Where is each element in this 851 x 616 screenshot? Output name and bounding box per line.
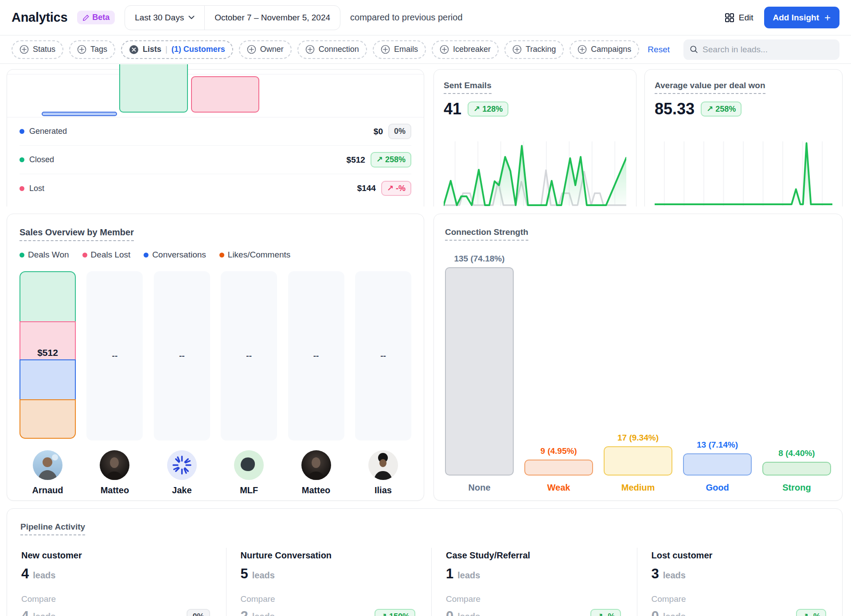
- filter-pill-owner[interactable]: Owner: [239, 40, 292, 59]
- stage-leads-count: 4: [21, 566, 29, 582]
- trend-up-icon: ↗: [473, 105, 480, 114]
- member-name: Ilias: [375, 485, 392, 495]
- connection-strength-title[interactable]: Connection Strength: [445, 227, 528, 241]
- conn-bar-medium[interactable]: 17 (9.34%): [604, 433, 672, 476]
- filter-pill-emails[interactable]: Emails: [373, 40, 426, 59]
- compare-label: Compare: [446, 594, 621, 604]
- likes-comments-segment: [20, 399, 76, 439]
- stage-change-badge: ↗-%: [590, 609, 621, 616]
- avg-deal-value: 85.33: [655, 100, 695, 118]
- stage-case-study-referral[interactable]: Case Study/Referral 1 leads Compare 0 le…: [431, 548, 637, 616]
- member-bar-arnaud[interactable]: $512: [20, 271, 76, 441]
- label-none: None: [445, 483, 514, 493]
- filter-pill-status[interactable]: Status: [12, 40, 63, 59]
- edit-button[interactable]: Edit: [725, 13, 753, 23]
- trend-up-icon: ↗: [376, 155, 383, 164]
- sales-overview-card: Sales Overview by Member Deals Won Deals…: [7, 214, 424, 501]
- deal-totals-rows: Generated $0 0% Closed $512 ↗258%: [20, 117, 411, 203]
- top-bar: Analytics Beta Last 30 Days October 7 – …: [0, 0, 851, 35]
- circle-plus-icon: [381, 45, 390, 54]
- stage-nurture-conversation[interactable]: Nurture Conversation 5 leads Compare 2 l…: [226, 548, 432, 616]
- label-weak: Weak: [524, 483, 593, 493]
- table-row-generated[interactable]: Generated $0 0%: [20, 117, 411, 146]
- lost-bar[interactable]: [191, 76, 259, 113]
- member-bar-jake[interactable]: --: [154, 271, 210, 441]
- sent-emails-title[interactable]: Sent Emails: [444, 81, 492, 94]
- deals-won-segment: [20, 271, 76, 322]
- member-ilias: Ilias: [355, 450, 411, 495]
- avatar[interactable]: [167, 450, 197, 480]
- connection-strength-labels: None Weak Medium Good Strong: [445, 483, 831, 493]
- filter-pill-lists-active[interactable]: Lists | (1) Customers: [121, 40, 233, 59]
- conn-bar-weak[interactable]: 9 (4.95%): [524, 446, 593, 476]
- stage-leads-count: 5: [241, 566, 248, 582]
- stage-lost-customer[interactable]: Lost customer 3 leads Compare 0 leads ↗-…: [637, 548, 843, 616]
- filter-pill-campaigns[interactable]: Campaigns: [570, 40, 639, 59]
- member-mlf: MLF: [221, 450, 277, 495]
- member-bar-ilias[interactable]: --: [355, 271, 411, 441]
- member-jake: Jake: [154, 450, 210, 495]
- filter-bar: Status Tags Lists | (1) Customers Owner …: [0, 35, 851, 64]
- sales-overview-title[interactable]: Sales Overview by Member: [20, 227, 134, 241]
- avg-deal-value-chart: [655, 138, 832, 207]
- table-row-closed[interactable]: Closed $512 ↗258%: [20, 146, 411, 174]
- connection-strength-card: Connection Strength 135 (74.18%) 9 (4.95…: [433, 214, 843, 501]
- closed-value: $512: [347, 155, 365, 165]
- filter-pill-tags[interactable]: Tags: [69, 40, 115, 59]
- pipeline-activity-title[interactable]: Pipeline Activity: [20, 522, 85, 535]
- compare-label: Compare: [21, 594, 210, 604]
- stage-new-customer[interactable]: New customer 4 leads Compare 4 leads 0%: [20, 548, 226, 616]
- search-input[interactable]: [703, 45, 833, 55]
- compare-leads-count: 2: [241, 608, 248, 616]
- member-bar-mlf[interactable]: --: [221, 271, 277, 441]
- trend-up-icon: ↗: [707, 105, 713, 114]
- conn-bar-strong[interactable]: 8 (4.40%): [762, 448, 831, 476]
- avatar[interactable]: [301, 450, 331, 480]
- member-bar-matteo[interactable]: --: [86, 271, 143, 441]
- period-dropdown[interactable]: Last 30 Days: [125, 6, 204, 30]
- page-title: Analytics: [12, 10, 67, 25]
- plus-icon: +: [824, 12, 831, 23]
- conn-bar-good[interactable]: 13 (7.14%): [683, 440, 752, 476]
- avg-deal-change-badge: ↗258%: [701, 101, 742, 117]
- member-name: Matteo: [101, 485, 129, 495]
- circle-plus-icon: [440, 45, 449, 54]
- trend-up-icon: ↗: [596, 612, 603, 616]
- stage-change-badge: 0%: [187, 609, 210, 616]
- avatar[interactable]: [100, 450, 129, 480]
- compare-leads-count: 0: [652, 608, 659, 616]
- filter-pill-icebreaker[interactable]: Icebreaker: [432, 40, 499, 59]
- circle-plus-icon: [305, 45, 315, 54]
- label-strong: Strong: [762, 483, 831, 493]
- connection-strength-chart: 135 (74.18%) 9 (4.95%) 17 (9.34%) 13 (7.…: [445, 254, 831, 476]
- stage-change-badge: ↗150%: [375, 609, 415, 616]
- member-name: Jake: [172, 485, 192, 495]
- member-bar-matteo-2[interactable]: --: [288, 271, 344, 441]
- avatar[interactable]: [234, 450, 264, 480]
- stage-leads-count: 3: [652, 566, 659, 582]
- gridline: [7, 74, 424, 74]
- avatar[interactable]: [33, 450, 62, 480]
- circle-plus-icon: [247, 45, 256, 54]
- reset-filters-link[interactable]: Reset: [648, 45, 670, 55]
- filter-pill-connection[interactable]: Connection: [297, 40, 367, 59]
- lost-value: $144: [357, 183, 376, 193]
- member-matteo: Matteo: [86, 450, 143, 495]
- compare-label: Compare: [241, 594, 416, 604]
- avg-deal-value-title[interactable]: Average value per deal won: [655, 81, 765, 94]
- analytics-dashboard: Analytics Beta Last 30 Days October 7 – …: [0, 0, 851, 616]
- label-medium: Medium: [604, 483, 672, 493]
- generated-bar[interactable]: [42, 112, 117, 116]
- legend-conversations: Conversations: [144, 250, 206, 260]
- filter-pill-tracking[interactable]: Tracking: [504, 40, 564, 59]
- add-insight-button[interactable]: Add Insight +: [764, 7, 840, 28]
- closed-bar[interactable]: [119, 64, 188, 113]
- closed-change-badge: ↗258%: [371, 152, 411, 168]
- table-row-lost[interactable]: Lost $144 ↗-%: [20, 174, 411, 203]
- conversations-segment: [20, 359, 76, 400]
- member-arnaud: Arnaud: [20, 450, 76, 495]
- trend-up-icon: ↗: [802, 612, 808, 616]
- date-range-display[interactable]: October 7 – November 5, 2024: [204, 6, 340, 30]
- avatar[interactable]: [368, 450, 398, 480]
- conn-bar-none[interactable]: 135 (74.18%): [445, 254, 514, 476]
